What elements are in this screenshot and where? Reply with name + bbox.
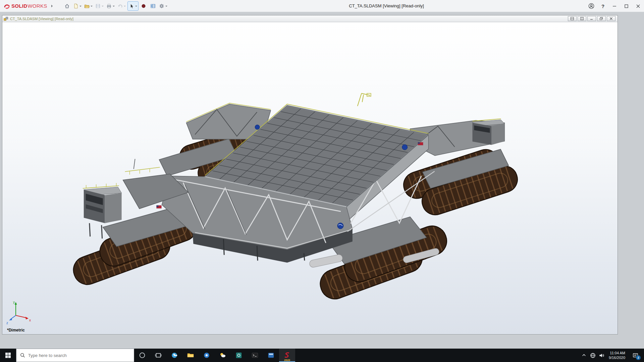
- chevron-down-icon[interactable]: [165, 6, 167, 8]
- windows-taskbar: 2020 11:04 AM 9: [0, 349, 644, 362]
- taskbar-clock[interactable]: 11:04 AM 9/16/2020: [606, 351, 628, 360]
- split-vertical-button[interactable]: [578, 16, 586, 21]
- help-icon: ?: [601, 3, 604, 9]
- split-vertical-icon: [580, 17, 584, 20]
- taskbar-cortana-button[interactable]: [134, 349, 150, 362]
- brand-text-light: WORKS: [28, 3, 47, 9]
- brand-text-bold: SOLID: [11, 3, 27, 9]
- doc-close-button[interactable]: [607, 16, 615, 21]
- screen: SOLIDWORKS: [0, 0, 644, 362]
- viewport[interactable]: y x z *Dimetric: [2, 22, 618, 334]
- doc-minimize-button[interactable]: [587, 16, 596, 21]
- record-button[interactable]: [139, 1, 148, 11]
- close-icon: [609, 17, 613, 20]
- search-input[interactable]: [28, 353, 130, 358]
- mdi-area: CT_TA.SLDASM [Viewing] [Read-only]: [0, 12, 644, 349]
- volume-button[interactable]: [597, 349, 606, 362]
- weather-icon: [219, 352, 226, 359]
- open-button[interactable]: [83, 1, 94, 11]
- taskbar-task-view-button[interactable]: [150, 349, 166, 362]
- print-icon: [106, 3, 112, 9]
- close-icon: [636, 4, 640, 8]
- system-tray: 11:04 AM 9/16/2020 2: [580, 349, 644, 362]
- document-titlebar[interactable]: CT_TA.SLDASM [Viewing] [Read-only]: [2, 15, 618, 22]
- maximize-icon: [625, 4, 628, 8]
- chevron-down-icon[interactable]: [124, 6, 126, 8]
- edge-browser-icon: [171, 352, 178, 359]
- clock-date: 9/16/2020: [609, 355, 625, 360]
- new-document-button[interactable]: [72, 1, 83, 11]
- view-orientation-label: *Dimetric: [7, 328, 25, 333]
- chevron-up-icon: [582, 353, 586, 358]
- file-explorer-icon: [187, 352, 194, 359]
- doc-restore-button[interactable]: [597, 16, 606, 21]
- chevron-down-icon[interactable]: [135, 6, 137, 8]
- taskbar-terminal-button[interactable]: [247, 349, 263, 362]
- user-account-icon: [588, 3, 594, 9]
- design-binder-button[interactable]: [149, 1, 157, 11]
- solidworks-menu[interactable]: SOLIDWORKS: [0, 3, 57, 9]
- orientation-triad[interactable]: y x z: [6, 299, 33, 325]
- start-button[interactable]: [0, 349, 16, 362]
- maximize-button[interactable]: [621, 0, 632, 12]
- select-button[interactable]: [127, 1, 139, 11]
- close-button[interactable]: [632, 0, 644, 12]
- photos-icon: [235, 352, 243, 359]
- print-button[interactable]: [105, 1, 116, 11]
- save-button[interactable]: [94, 1, 105, 11]
- cortana-icon: [139, 352, 146, 359]
- network-button[interactable]: [588, 349, 597, 362]
- chevron-down-icon[interactable]: [113, 6, 115, 8]
- speaker-icon: [599, 353, 604, 358]
- taskbar-browser-button[interactable]: [199, 349, 215, 362]
- undo-icon: [117, 3, 123, 9]
- quick-access-toolbar: [63, 1, 168, 11]
- new-document-icon: [73, 3, 78, 9]
- media-app-icon: [267, 352, 275, 359]
- minimize-icon: [590, 17, 593, 20]
- minimize-button[interactable]: [609, 0, 621, 12]
- search-icon: [20, 353, 25, 358]
- open-folder-icon: [84, 3, 90, 9]
- taskbar-solidworks-button[interactable]: 2020: [279, 349, 295, 362]
- browser-icon: [203, 352, 210, 359]
- chevron-right-icon[interactable]: [51, 5, 54, 7]
- restore-icon: [600, 17, 603, 20]
- notification-badge: 2: [636, 355, 641, 360]
- options-button[interactable]: [158, 1, 168, 11]
- taskbar-search[interactable]: [16, 349, 134, 362]
- action-center-button[interactable]: 2: [628, 349, 642, 362]
- chevron-down-icon[interactable]: [91, 6, 93, 8]
- chevron-down-icon[interactable]: [102, 6, 104, 8]
- triad-y-label: y: [13, 300, 15, 304]
- split-horizontal-icon: [571, 17, 574, 20]
- account-button[interactable]: [585, 0, 597, 12]
- triad-z-label: z: [6, 321, 8, 325]
- minimize-icon: [613, 4, 616, 8]
- taskbar-media-app-button[interactable]: [263, 349, 279, 362]
- split-horizontal-button[interactable]: [568, 16, 577, 21]
- window-title: CT_TA.SLDASM [Viewing] [Read-only]: [349, 3, 424, 8]
- chevron-down-icon[interactable]: [79, 6, 82, 8]
- taskbar-edge-button[interactable]: [166, 349, 182, 362]
- design-binder-icon: [150, 3, 156, 9]
- solidworks-logo-icon: [3, 3, 10, 9]
- assembly-icon: [4, 16, 8, 21]
- terminal-icon: [251, 352, 259, 359]
- taskbar-file-explorer-button[interactable]: [182, 349, 199, 362]
- home-button[interactable]: [63, 1, 71, 11]
- help-button[interactable]: ?: [597, 0, 609, 12]
- gear-icon: [159, 3, 164, 9]
- document-window-controls: [568, 16, 616, 21]
- record-icon: [141, 3, 146, 9]
- taskbar-weather-button[interactable]: [215, 349, 231, 362]
- undo-button[interactable]: [116, 1, 127, 11]
- document-window: CT_TA.SLDASM [Viewing] [Read-only]: [2, 15, 618, 335]
- triad-x-label: x: [29, 318, 31, 322]
- crawler-transporter-model: [2, 22, 618, 334]
- save-icon: [95, 3, 101, 9]
- network-globe-icon: [590, 353, 596, 358]
- caption-controls: ?: [585, 0, 644, 12]
- tray-overflow-button[interactable]: [580, 349, 588, 362]
- taskbar-photos-button[interactable]: [231, 349, 247, 362]
